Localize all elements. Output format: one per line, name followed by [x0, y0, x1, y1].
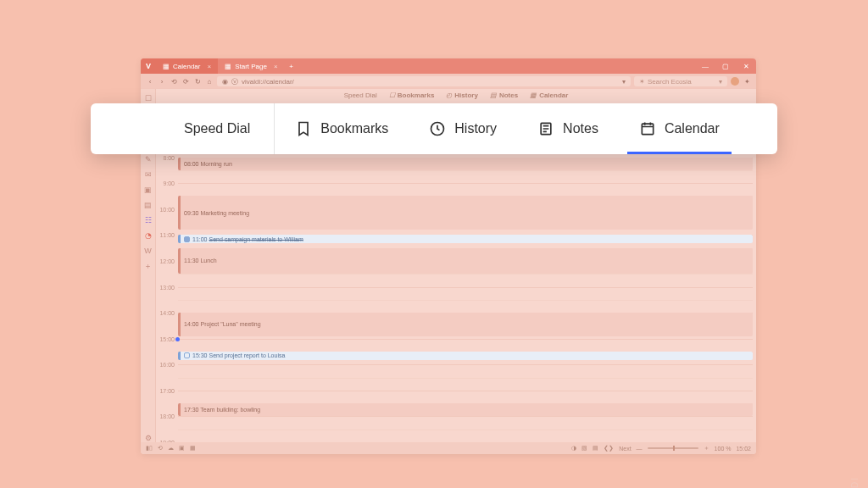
url-field[interactable]: ◉ ⓥ vivaldi://calendar/ ▾ [217, 76, 631, 86]
event-title: 17:30 Team building: bowling [184, 407, 260, 413]
calendar-panel-icon[interactable]: ◔ [144, 231, 153, 240]
tab-start-page[interactable]: ▦ Start Page × [218, 58, 284, 74]
current-time-marker [175, 337, 180, 341]
hour-label: 13:00 [159, 284, 175, 290]
capture-icon[interactable]: ▣ [179, 445, 185, 452]
search-field[interactable]: ✶ Search Ecosia ▾ [634, 76, 727, 86]
tiling-icon[interactable]: ▦ [190, 445, 196, 452]
calendar-task[interactable]: 11:00 Send campaign materials to William [178, 235, 753, 243]
svg-rect-2 [642, 124, 653, 135]
search-engine-icon: ✶ [639, 78, 645, 86]
calendar-event[interactable]: 08:00 Morning run [178, 158, 753, 170]
close-icon[interactable]: × [207, 63, 211, 70]
calendar-event[interactable]: 11:30 Lunch [178, 248, 753, 274]
tab-strip: V ▦ Calendar × ▦ Start Page × + — ▢ ✕ [141, 58, 756, 74]
code-icon[interactable]: ❮❯ [604, 445, 614, 452]
forward-button[interactable]: › [158, 78, 166, 86]
cloud-icon[interactable]: ☁ [168, 445, 174, 452]
task-checkbox[interactable] [184, 352, 190, 358]
zoom-value: 100 % [715, 446, 732, 452]
event-title: 11:00 Send campaign materials to William [192, 236, 303, 242]
vivaldi-logo-icon: V [141, 58, 156, 74]
popup-notes[interactable]: Notes [517, 103, 619, 154]
page-actions-icon[interactable]: ▤ [593, 445, 598, 452]
shield-icon: ◉ [222, 78, 228, 86]
tab-calendar[interactable]: ▦ Calendar × [156, 58, 218, 74]
reader-icon[interactable]: ▾ [622, 78, 626, 86]
profile-avatar[interactable] [731, 77, 739, 86]
bookmarks-panel-icon[interactable]: ☐ [144, 94, 153, 103]
feeds-panel-icon[interactable]: ☷ [144, 216, 153, 225]
popup-history[interactable]: History [409, 103, 517, 154]
zoom-in-button[interactable]: ＋ [704, 444, 709, 452]
hour-label: 9:00 [163, 180, 175, 186]
sp-nav-notes[interactable]: ▤Notes [490, 92, 518, 99]
popup-label: Notes [563, 121, 598, 136]
chevron-down-icon[interactable]: ▾ [719, 78, 722, 86]
calendar-task[interactable]: 15:30 Send project report to Louisa [178, 352, 753, 360]
extensions-button[interactable]: ✦ [743, 78, 751, 86]
popup-calendar[interactable]: Calendar [619, 103, 740, 154]
back-button[interactable]: ‹ [146, 78, 154, 86]
vivaldi-watermark: VIVALDI [850, 476, 860, 488]
calendar-day-grid[interactable]: 7:008:009:0010:0011:0012:0013:0014:0015:… [156, 131, 756, 442]
panel-toggle-icon[interactable]: ▮▯ [146, 445, 153, 452]
bookmark-icon: ☐ [389, 92, 395, 99]
reload-button[interactable]: ↻ [193, 78, 202, 86]
sp-nav-bookmarks[interactable]: ☐Bookmarks [389, 92, 435, 99]
sp-nav-speed-dial[interactable]: Speed Dial [344, 92, 377, 99]
calendar-event[interactable]: 17:30 Team building: bowling [178, 403, 753, 416]
history-icon: ◴ [446, 92, 452, 99]
event-canvas: 08:00 Morning run09:30 Marketing meeting… [178, 131, 753, 442]
event-title: 08:00 Morning run [184, 161, 232, 167]
notes-panel-icon[interactable]: ✎ [144, 155, 153, 164]
tabs-panel-icon[interactable]: ▤ [144, 201, 153, 209]
minimize-button[interactable]: — [695, 58, 715, 74]
hour-label: 17:00 [159, 387, 175, 393]
event-title: 15:30 Send project report to Louisa [192, 352, 285, 358]
fast-forward-button[interactable]: ⟳ [181, 78, 190, 86]
zoom-slider[interactable] [648, 447, 698, 449]
event-title: 09:30 Marketing meeting [184, 210, 249, 216]
window-panel-icon[interactable]: ▣ [144, 186, 153, 194]
next-label: Next [619, 446, 631, 452]
new-tab-button[interactable]: + [285, 58, 298, 74]
grid-icon: ▦ [225, 63, 231, 70]
settings-button[interactable]: ⚙ [144, 434, 153, 442]
popup-label: Bookmarks [320, 121, 388, 136]
hour-label: 14:00 [159, 310, 175, 316]
mail-panel-icon[interactable]: ✉ [144, 170, 153, 179]
images-toggle-icon[interactable]: ▧ [581, 445, 587, 452]
calendar-event[interactable]: 09:30 Marketing meeting [178, 196, 753, 230]
zoom-out-button[interactable]: — [637, 446, 643, 452]
hour-label: 11:00 [159, 232, 175, 238]
bookmark-icon [295, 120, 312, 137]
task-checkbox[interactable] [184, 236, 190, 242]
maximize-button[interactable]: ▢ [715, 58, 736, 74]
tab-label: Start Page [235, 63, 267, 70]
calendar-icon: ▦ [530, 92, 537, 99]
hour-label: 18:00 [159, 413, 175, 419]
close-icon[interactable]: × [274, 63, 278, 70]
sp-nav-history[interactable]: ◴History [446, 92, 478, 99]
rewind-button[interactable]: ⟲ [170, 78, 178, 86]
sync-icon[interactable]: ⟲ [158, 445, 163, 452]
close-window-button[interactable]: ✕ [736, 58, 756, 74]
sp-nav-calendar[interactable]: ▦Calendar [530, 92, 568, 99]
hour-gutter: 7:008:009:0010:0011:0012:0013:0014:0015:… [156, 131, 178, 442]
popup-label: Speed Dial [184, 121, 250, 136]
wikipedia-panel-icon[interactable]: W [144, 247, 153, 255]
calendar-event[interactable]: 14:00 Project "Luna" meeting [178, 313, 753, 336]
break-mode-icon[interactable]: ◑ [571, 445, 576, 452]
history-icon [429, 120, 446, 137]
add-panel-button[interactable]: ＋ [144, 262, 153, 270]
search-placeholder: Search Ecosia [648, 78, 692, 86]
calendar-icon [639, 120, 656, 137]
clock[interactable]: 15:02 [736, 446, 751, 452]
hour-label: 10:00 [159, 206, 175, 212]
home-button[interactable]: ⌂ [205, 78, 214, 86]
start-page-nav-popup: Speed Dial Bookmarks History Notes Calen… [91, 103, 777, 154]
popup-speed-dial[interactable]: Speed Dial [91, 103, 275, 154]
popup-bookmarks[interactable]: Bookmarks [275, 103, 409, 154]
tab-label: Calendar [173, 63, 200, 70]
